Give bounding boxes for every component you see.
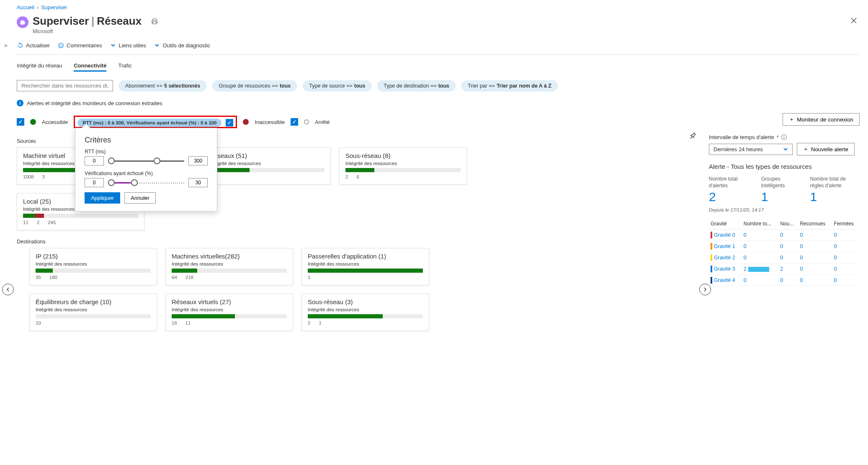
stat-groups-label: Groupes intelligents	[761, 176, 793, 189]
th-severity[interactable]: Gravité	[709, 218, 742, 230]
close-icon[interactable]	[848, 15, 860, 28]
refresh-label: Actualiser	[26, 42, 50, 49]
chevron-down-icon	[783, 147, 788, 152]
page-title: Superviser|Réseaux	[33, 15, 160, 28]
add-monitor-label: Moniteur de connexion	[797, 116, 853, 123]
stat-alerts-label: Nombre total d'alertes	[709, 176, 744, 189]
card-title: Réseaux virtuels (27)	[172, 298, 287, 305]
feedback-button[interactable]: Commentaires	[57, 42, 102, 49]
destinations-label: Destinations	[17, 239, 696, 245]
card-title: Réseaux (51)	[209, 152, 325, 159]
svg-point-0	[58, 43, 63, 47]
card-vms[interactable]: Machines virtuelles(282) Intégrité des r…	[165, 248, 293, 285]
card-title: Machines virtuelles(282)	[172, 253, 287, 260]
card-title: Équilibreurs de charge (10)	[36, 298, 151, 305]
card-sub: Intégrité des ressources	[36, 261, 151, 266]
criteria-title: Critères	[85, 136, 208, 145]
th-new[interactable]: Nou...	[778, 218, 798, 230]
severity-1-link[interactable]: Gravité 1	[711, 243, 740, 250]
breadcrumb: Accueil › Superviser	[17, 0, 860, 15]
tabs: Intégrité du réseau Connectivité Trafic	[17, 55, 860, 78]
plus-icon: ＋	[789, 116, 794, 123]
filter-sort[interactable]: Trier par == Trier par nom de A à Z	[461, 80, 558, 91]
smile-icon	[57, 42, 64, 49]
add-connection-monitor-button[interactable]: ＋ Moniteur de connexion	[783, 113, 860, 126]
severity-table: Gravité Nombre to... Nou... Reconnues Fe…	[709, 218, 860, 286]
card-sub: Intégrité des ressources	[308, 307, 423, 312]
card-subnet-dest[interactable]: Sous-réseau (3) Intégrité des ressources…	[301, 294, 429, 331]
rtt-slider[interactable]	[108, 157, 184, 165]
carousel-next-button[interactable]	[699, 284, 711, 295]
apply-button[interactable]: Appliquer	[85, 192, 120, 204]
card-sub: Intégrité des ressources	[345, 161, 461, 166]
dot-green-icon	[30, 119, 36, 125]
severity-4-link[interactable]: Gravité 4	[711, 277, 740, 284]
card-sub: Intégrité des ressources	[172, 307, 287, 312]
card-title: IP (215)	[36, 253, 151, 260]
alert-interval-label: Intervalle de temps d'alerte* i	[709, 134, 860, 140]
stat-alerts-value[interactable]: 2	[709, 190, 744, 204]
diagnostic-tools-button[interactable]: Outils de diagnostic	[154, 42, 210, 49]
checkbox-stopped[interactable]	[291, 118, 298, 126]
tab-connectivity[interactable]: Connectivité	[74, 61, 106, 72]
th-total[interactable]: Nombre to...	[742, 218, 778, 230]
card-app-gateways[interactable]: Passerelles d'application (1) Intégrité …	[301, 248, 429, 285]
severity-0-link[interactable]: Gravité 0	[711, 232, 740, 238]
breadcrumb-home[interactable]: Accueil	[17, 4, 34, 10]
severity-2-link[interactable]: Gravité 2	[711, 254, 740, 261]
checkbox-unreachable[interactable]	[226, 119, 233, 127]
fail-max-input[interactable]	[188, 178, 208, 187]
stat-rules-value[interactable]: 1	[810, 190, 860, 204]
fail-min-input[interactable]	[85, 178, 104, 187]
alerts-section-title: Alerte - Tous les types de ressources	[709, 163, 860, 170]
card-title: Sous-réseau (8)	[345, 152, 461, 159]
card-vnets[interactable]: Réseaux virtuels (27) Intégrité des ress…	[165, 294, 293, 331]
since-label: Depuis le 17/11/20, 14:17	[709, 207, 860, 212]
dropdown-value: Dernières 24 heures	[713, 146, 763, 152]
filter-dest-type[interactable]: Type de destination == tous	[377, 80, 456, 91]
checkbox-reachable[interactable]	[17, 118, 24, 126]
refresh-button[interactable]: Actualiser	[17, 42, 50, 49]
tab-traffic[interactable]: Trafic	[118, 61, 131, 72]
stat-rules-label: Nombre total de règles d'alerte	[810, 176, 860, 189]
stat-groups-value[interactable]: 1	[761, 190, 793, 204]
new-alert-button[interactable]: ＋ Nouvelle alerte	[797, 143, 855, 155]
filter-resource-group[interactable]: Groupe de ressources == tous	[212, 80, 297, 91]
card-networks[interactable]: Réseaux (51) Intégrité des ressources 25	[203, 147, 331, 185]
rtt-criteria-pill[interactable]: RTT (ms) : 0 à 300, Vérifications ayant …	[77, 119, 222, 127]
filter-subscription[interactable]: Abonnement == 5 sélectionnés	[119, 80, 206, 91]
title-main: Superviser	[33, 15, 89, 27]
rtt-max-input[interactable]	[188, 156, 208, 165]
status-reachable-label: Accessible	[42, 119, 68, 125]
cancel-button[interactable]: Annuler	[124, 192, 156, 204]
table-row: Gravité 3 2 2 0 0	[709, 264, 860, 275]
useful-links-button[interactable]: Liens utiles	[110, 42, 146, 49]
rtt-min-input[interactable]	[85, 156, 104, 165]
severity-3-bar	[748, 267, 769, 272]
th-ack[interactable]: Reconnues	[798, 218, 832, 230]
table-row: Gravité 1 0 0 0 0	[709, 241, 860, 252]
card-ip[interactable]: IP (215) Intégrité des ressources 35180	[29, 248, 157, 285]
severity-3-link[interactable]: Gravité 3	[711, 266, 740, 272]
alert-interval-dropdown[interactable]: Dernières 24 heures	[709, 144, 793, 155]
dot-gray-icon	[304, 119, 309, 124]
th-closed[interactable]: Fermées	[832, 218, 860, 230]
table-row: Gravité 4 0 0 0 0	[709, 275, 860, 286]
breadcrumb-current[interactable]: Superviser	[41, 4, 67, 10]
plus-icon: ＋	[803, 145, 809, 153]
info-icon[interactable]: i	[781, 134, 787, 140]
fail-slider[interactable]	[108, 178, 184, 187]
refresh-icon	[17, 42, 23, 49]
card-load-balancers[interactable]: Équilibreurs de charge (10) Intégrité de…	[29, 294, 157, 331]
carousel-prev-button[interactable]	[2, 284, 14, 295]
filter-source-type[interactable]: Type de source == tous	[303, 80, 371, 91]
card-subnet[interactable]: Sous-réseau (8) Intégrité des ressources…	[339, 147, 467, 185]
tab-network-health[interactable]: Intégrité du réseau	[17, 61, 62, 72]
org-subtitle: Microsoft	[33, 28, 160, 34]
feedback-label: Commentaires	[67, 42, 102, 49]
rtt-label: RTT (ms)	[85, 149, 208, 155]
card-sub: Intégrité des ressources	[308, 261, 423, 266]
resource-search-input[interactable]	[17, 80, 113, 91]
print-icon[interactable]	[149, 16, 160, 28]
info-text: Alertes et intégrité des moniteurs de co…	[27, 100, 162, 106]
